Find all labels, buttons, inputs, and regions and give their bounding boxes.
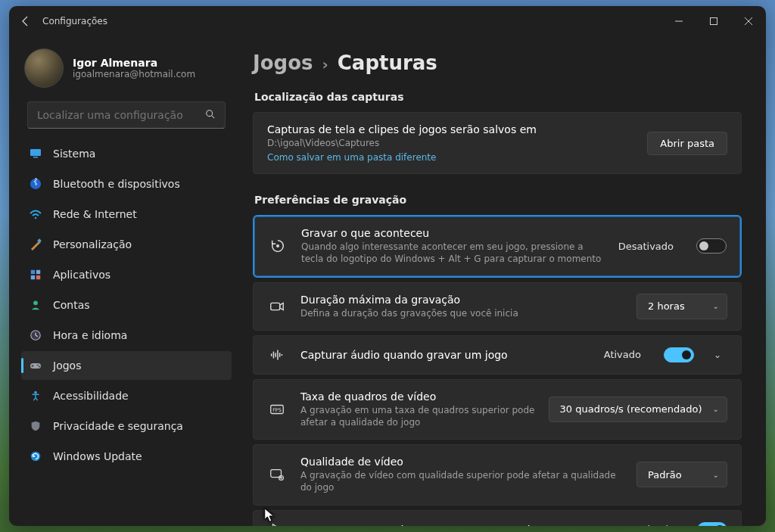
- record-happened-toggle[interactable]: [696, 238, 727, 254]
- person-icon: [29, 298, 42, 312]
- capture-audio-title: Capturar áudio quando gravar um jogo: [300, 349, 590, 361]
- capture-audio-state: Ativado: [604, 349, 641, 360]
- profile[interactable]: Igor Almenara igoalmenara@hotmail.com: [17, 42, 236, 100]
- sidebar-item-label: Privacidade e segurança: [53, 420, 183, 432]
- minimize-button[interactable]: [661, 6, 696, 36]
- capture-audio-card[interactable]: Capturar áudio quando gravar um jogo Ati…: [253, 335, 742, 375]
- sidebar: Igor Almenara igoalmenara@hotmail.com Si…: [9, 36, 236, 526]
- sidebar-item-label: Hora e idioma: [53, 329, 127, 341]
- capture-location-path: D:\igoal\Videos\Captures: [267, 137, 633, 149]
- sidebar-item-privacy[interactable]: Privacidade e segurança: [21, 412, 232, 440]
- svg-rect-6: [37, 238, 42, 243]
- close-icon: [744, 17, 753, 26]
- settings-window: Configurações Igor Almenara igoalmenara@…: [9, 6, 766, 526]
- sidebar-item-apps[interactable]: Aplicativos: [21, 260, 232, 289]
- apps-icon: [29, 268, 42, 282]
- sidebar-item-label: Rede & Internet: [53, 208, 137, 220]
- sidebar-item-accessibility[interactable]: Acessibilidade: [21, 381, 232, 410]
- record-happened-title: Gravar o que aconteceu: [301, 227, 605, 239]
- frame-rate-desc: A gravação em uma taxa de quadros superi…: [300, 404, 535, 428]
- max-duration-dropdown[interactable]: 2 horas ⌄: [636, 294, 727, 319]
- frame-rate-title: Taxa de quadros de vídeo: [300, 390, 535, 403]
- main-content: Jogos › Capturas Localização das captura…: [236, 36, 766, 526]
- clock-globe-icon: [29, 328, 42, 342]
- sidebar-item-bluetooth[interactable]: Bluetooth e dispositivos: [21, 170, 232, 198]
- svg-point-1: [207, 110, 213, 116]
- svg-point-11: [33, 300, 38, 305]
- max-duration-desc: Defina a duração das gravações que você …: [300, 307, 623, 319]
- search-icon: [205, 109, 216, 122]
- gamepad-icon: [29, 359, 42, 372]
- profile-email: igoalmenara@hotmail.com: [73, 69, 195, 79]
- accessibility-icon: [29, 389, 42, 403]
- svg-rect-19: [271, 303, 280, 310]
- svg-point-15: [39, 366, 40, 368]
- sidebar-item-label: Contas: [53, 299, 90, 311]
- capture-cursor-title: Capturar o cursor do mouse ao gravar um …: [300, 524, 624, 527]
- avatar: [24, 48, 64, 88]
- svg-rect-10: [36, 275, 40, 279]
- video-quality-card: Qualidade de vídeo A gravação de vídeo c…: [253, 444, 742, 505]
- sidebar-item-label: Bluetooth e dispositivos: [53, 178, 180, 190]
- search-input[interactable]: [37, 109, 205, 121]
- capture-location-link[interactable]: Como salvar em uma pasta diferente: [267, 152, 633, 163]
- video-quality-title: Qualidade de vídeo: [300, 456, 623, 468]
- video-quality-dropdown[interactable]: Padrão ⌄: [636, 462, 727, 487]
- section-heading-location: Localização das capturas: [254, 91, 742, 103]
- search-box[interactable]: [27, 101, 226, 129]
- capture-cursor-state: Ativado: [637, 524, 674, 526]
- frame-rate-value: 30 quadros/s (recomendado): [560, 403, 702, 415]
- close-button[interactable]: [731, 6, 766, 36]
- breadcrumb-parent[interactable]: Jogos: [253, 51, 313, 74]
- chevron-down-icon: ⌄: [713, 302, 719, 310]
- back-button[interactable]: [9, 6, 42, 36]
- sidebar-item-label: Aplicativos: [53, 269, 110, 281]
- chevron-down-icon: ⌄: [713, 405, 719, 413]
- wifi-icon: [29, 207, 42, 221]
- section-heading-recording: Preferências de gravação: [254, 194, 742, 206]
- svg-rect-7: [31, 270, 35, 274]
- max-duration-card: Duração máxima da gravação Defina a dura…: [253, 282, 742, 331]
- sidebar-item-gaming[interactable]: Jogos: [21, 351, 232, 380]
- capture-cursor-card: Capturar o cursor do mouse ao gravar um …: [253, 510, 742, 527]
- shield-icon: [29, 419, 42, 433]
- record-happened-state: Desativado: [618, 241, 674, 252]
- record-happened-desc: Quando algo interessante acontecer em se…: [301, 241, 605, 265]
- profile-name: Igor Almenara: [73, 57, 195, 69]
- max-duration-title: Duração máxima da gravação: [300, 294, 623, 306]
- svg-rect-0: [711, 18, 717, 25]
- minimize-icon: [674, 17, 683, 26]
- sidebar-item-windows-update[interactable]: Windows Update: [21, 442, 232, 471]
- cursor-icon: [267, 521, 287, 527]
- arrow-left-icon: [20, 15, 32, 27]
- svg-point-18: [276, 244, 279, 247]
- sidebar-item-time-language[interactable]: Hora e idioma: [21, 321, 232, 350]
- nav: Sistema Bluetooth e dispositivos Rede & …: [17, 139, 236, 471]
- open-folder-button[interactable]: Abrir pasta: [647, 132, 727, 155]
- maximize-button[interactable]: [696, 6, 731, 36]
- sidebar-item-accounts[interactable]: Contas: [21, 291, 232, 319]
- capture-cursor-toggle[interactable]: [697, 522, 727, 527]
- audio-bars-icon: [267, 347, 287, 363]
- sidebar-item-system[interactable]: Sistema: [21, 139, 232, 168]
- max-duration-value: 2 horas: [648, 300, 685, 312]
- brush-icon: [29, 238, 42, 251]
- frame-rate-dropdown[interactable]: 30 quadros/s (recomendado) ⌄: [549, 397, 727, 422]
- sidebar-item-personalization[interactable]: Personalização: [21, 230, 232, 259]
- maximize-icon: [709, 17, 718, 26]
- chevron-down-icon[interactable]: ⌄: [708, 350, 727, 360]
- capture-location-title: Capturas de tela e clipes de jogos serão…: [267, 123, 633, 135]
- update-icon: [29, 450, 42, 463]
- capture-location-card: Capturas de tela e clipes de jogos serão…: [253, 112, 742, 174]
- capture-audio-toggle[interactable]: [664, 347, 694, 362]
- sidebar-item-label: Sistema: [53, 148, 95, 160]
- svg-text:FPS: FPS: [272, 407, 282, 413]
- sidebar-item-label: Acessibilidade: [53, 390, 129, 402]
- bluetooth-icon: [29, 177, 42, 191]
- sidebar-item-network[interactable]: Rede & Internet: [21, 200, 232, 229]
- sidebar-item-label: Windows Update: [53, 450, 142, 462]
- video-quality-desc: A gravação de vídeo com qualidade superi…: [300, 469, 623, 493]
- quality-icon: [267, 466, 287, 483]
- svg-rect-9: [31, 275, 35, 279]
- breadcrumb: Jogos › Capturas: [253, 51, 742, 74]
